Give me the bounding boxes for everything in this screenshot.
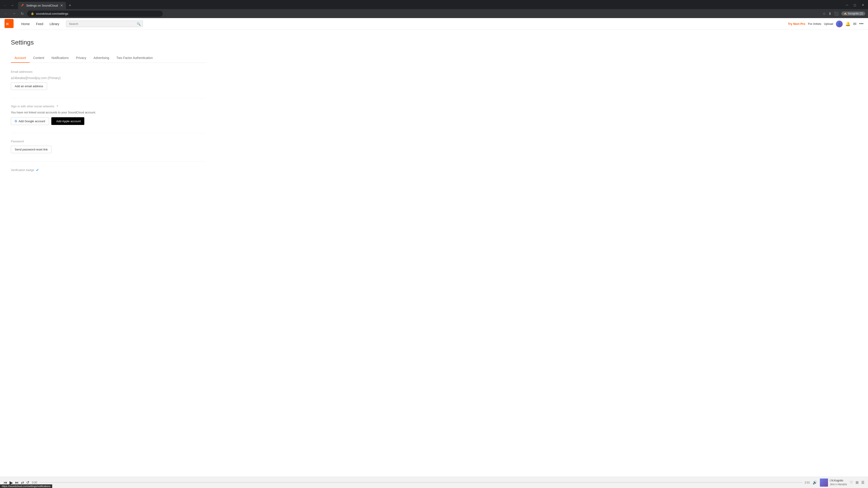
tab-two-factor[interactable]: Two Factor Authentication xyxy=(113,53,156,63)
password-section-label: Password xyxy=(11,140,206,143)
tab-notifications[interactable]: Notifications xyxy=(48,53,72,63)
browser-chrome: ← → Settings on SoundCloud ✕ + ─ ◻ ✕ ← →… xyxy=(0,0,868,18)
skip-forward-button[interactable]: ⏭ xyxy=(15,481,19,485)
messages-icon[interactable]: ✉ xyxy=(853,22,857,26)
status-url: https://soundcloud.com/settings/notifica… xyxy=(2,485,51,488)
extensions-icon[interactable]: ⬛ xyxy=(834,11,839,16)
add-to-next-icon[interactable]: ⊞ xyxy=(856,480,859,485)
verification-row: Verification badge ✔ xyxy=(11,168,206,172)
email-section-label: Email addresses xyxy=(11,70,206,73)
like-icon[interactable]: ♡ xyxy=(850,480,853,485)
verified-check-icon: ✔ xyxy=(36,168,39,172)
soundcloud-logo[interactable]: ≋ xyxy=(4,19,13,29)
notifications-icon[interactable]: 🔔 xyxy=(845,22,850,26)
primary-badge: (Primary) xyxy=(48,76,61,80)
close-button[interactable]: ✕ xyxy=(860,2,866,8)
repeat-button[interactable]: ↺ xyxy=(26,480,29,485)
volume-icon[interactable]: 🔊 xyxy=(813,480,817,485)
back-nav-button[interactable]: ← xyxy=(3,10,9,17)
add-apple-button[interactable]: Add Apple account xyxy=(51,117,84,125)
for-artists-link[interactable]: For Artists xyxy=(808,22,821,26)
verification-label: Verification badge xyxy=(11,168,34,172)
incognito-icon: 🕵 xyxy=(844,12,847,15)
soundcloud-favicon xyxy=(21,4,24,7)
social-section: Sign in with other social networks ? You… xyxy=(11,105,206,125)
primary-email: a24beaba@moodjoy.com (Primary) xyxy=(11,76,206,80)
social-help-icon[interactable]: ? xyxy=(57,105,58,108)
incognito-label: Incognito (2) xyxy=(848,12,863,15)
divider-1 xyxy=(11,98,206,98)
send-reset-label: Send password-reset link xyxy=(15,148,48,151)
divider-3 xyxy=(11,161,206,162)
progress-area: 0:00 2:01 xyxy=(32,481,810,484)
browser-tab-active[interactable]: Settings on SoundCloud ✕ xyxy=(18,2,66,9)
password-section: Password Send password-reset link xyxy=(11,140,206,153)
upload-button[interactable]: Upload xyxy=(824,22,833,26)
divider-2 xyxy=(11,133,206,133)
shuffle-button[interactable]: ⇄ xyxy=(21,480,24,485)
progress-bar[interactable] xyxy=(39,482,802,483)
svg-text:≋: ≋ xyxy=(6,22,9,26)
status-bar: https://soundcloud.com/settings/notifica… xyxy=(0,484,52,488)
reload-button[interactable]: ↻ xyxy=(19,10,25,17)
address-bar: ← → ↻ 🔒 soundcloud.com/settings ☆ ⬇ ⬛ 🕵 … xyxy=(0,9,868,18)
verification-section: Verification badge ✔ xyxy=(11,168,206,172)
main-nav: ≋ Home Feed Library 🔍 Try Next Pro For A… xyxy=(0,18,868,30)
more-options-icon[interactable]: ••• xyxy=(859,22,864,26)
incognito-badge[interactable]: 🕵 Incognito (2) xyxy=(841,11,865,15)
current-time: 0:00 xyxy=(32,481,37,484)
track-thumbnail xyxy=(820,479,828,487)
track-details: I.N.Kognito Jimi n Hendrix xyxy=(830,479,847,486)
tab-content[interactable]: Content xyxy=(30,53,48,63)
nav-links: Home Feed Library xyxy=(18,18,62,30)
page-title: Settings xyxy=(11,39,206,46)
forward-nav-button[interactable]: → xyxy=(11,10,17,17)
player-bar: ⏮ ▶ ⏭ ⇄ ↺ 0:00 2:01 🔊 I.N.Kognito Jimi n… xyxy=(0,477,868,488)
tab-close-button[interactable]: ✕ xyxy=(60,4,63,7)
new-tab-button[interactable]: + xyxy=(67,2,73,9)
social-info-text: You have not linked social accounts to y… xyxy=(11,111,206,114)
bookmark-icon[interactable]: ☆ xyxy=(823,11,826,16)
nav-feed[interactable]: Feed xyxy=(33,18,46,30)
track-info: I.N.Kognito Jimi n Hendrix xyxy=(820,479,847,487)
add-email-label: Add an email address xyxy=(15,85,43,88)
skip-back-button[interactable]: ⏮ xyxy=(4,481,7,485)
search-input[interactable] xyxy=(66,21,143,27)
track-name: I.N.Kognito xyxy=(830,479,847,483)
google-icon: G xyxy=(15,119,17,123)
url-text: soundcloud.com/settings xyxy=(36,12,68,15)
download-icon[interactable]: ⬇ xyxy=(829,11,831,16)
user-avatar[interactable]: 👤 xyxy=(836,21,843,27)
social-buttons: G Add Google account Add Apple account xyxy=(11,117,206,125)
social-section-label: Sign in with other social networks ? xyxy=(11,105,206,108)
nav-library[interactable]: Library xyxy=(46,18,62,30)
maximize-button[interactable]: ◻ xyxy=(852,2,858,8)
queue-icon[interactable]: ☰ xyxy=(861,480,864,485)
address-bar-right: ☆ ⬇ ⬛ 🕵 Incognito (2) xyxy=(823,11,865,16)
soundcloud-app: ≋ Home Feed Library 🔍 Try Next Pro For A… xyxy=(0,18,868,488)
tab-privacy[interactable]: Privacy xyxy=(72,53,90,63)
social-label-text: Sign in with other social networks xyxy=(11,105,54,108)
minimize-button[interactable]: ─ xyxy=(844,2,850,8)
track-artist: Jimi n Hendrix xyxy=(830,483,847,486)
add-google-button[interactable]: G Add Google account xyxy=(11,117,49,125)
add-apple-label: Add Apple account xyxy=(56,120,81,123)
add-email-button[interactable]: Add an email address xyxy=(11,83,47,90)
search-container: 🔍 xyxy=(66,21,143,27)
send-reset-button[interactable]: Send password-reset link xyxy=(11,146,52,153)
browser-back-button[interactable]: ← xyxy=(2,2,8,8)
email-section: Email addresses a24beaba@moodjoy.com (Pr… xyxy=(11,70,206,90)
try-next-pro-link[interactable]: Try Next Pro xyxy=(788,22,805,26)
tab-account[interactable]: Account xyxy=(11,53,30,63)
search-icon: 🔍 xyxy=(137,22,141,26)
browser-forward-button[interactable]: → xyxy=(9,2,16,8)
total-time: 2:01 xyxy=(805,481,810,484)
tab-advertising[interactable]: Advertising xyxy=(90,53,113,63)
url-bar[interactable]: 🔒 soundcloud.com/settings xyxy=(27,11,163,17)
tab-title: Settings on SoundCloud xyxy=(26,4,58,7)
nav-home[interactable]: Home xyxy=(18,18,33,30)
player-right-controls: ♡ ⊞ ☰ xyxy=(850,480,864,485)
email-address: a24beaba@moodjoy.com xyxy=(11,76,47,80)
main-content: Settings Account Content Notifications P… xyxy=(0,30,217,189)
tab-bar: ← → Settings on SoundCloud ✕ + ─ ◻ ✕ xyxy=(0,0,868,9)
